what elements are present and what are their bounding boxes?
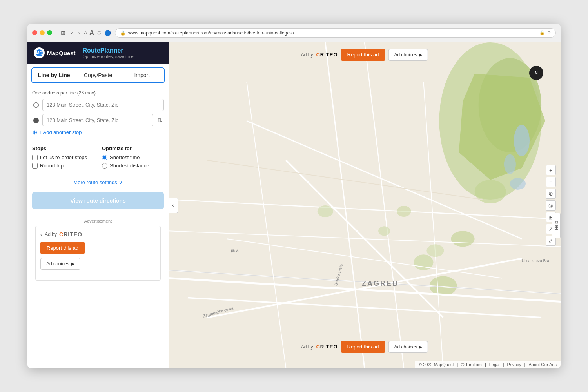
- map-top-ad-by-label: Ad by: [301, 52, 313, 58]
- stops-column: Stops Let us re-order stops Round trip: [32, 145, 94, 171]
- svg-text:ZAGREB: ZAGREB: [362, 279, 399, 287]
- help-tab[interactable]: Help: [552, 213, 561, 238]
- more-settings-link[interactable]: More route settings ∨: [73, 180, 122, 185]
- origin-icon: [32, 101, 40, 109]
- sidebar-ad-section: Advertisement ‹ Ad by CRITEO Report this…: [32, 216, 164, 284]
- round-trip-checkbox[interactable]: [32, 163, 38, 169]
- maximize-button[interactable]: [47, 30, 52, 35]
- zoom-out-button[interactable]: −: [546, 177, 556, 187]
- destination-icon: [32, 116, 40, 124]
- collapse-icon: ‹: [172, 203, 174, 208]
- destination-row: [32, 114, 153, 126]
- map-area[interactable]: ZAGREB Ilica Selska cesta Ulica kneza Br…: [169, 42, 561, 368]
- font-large-label: A: [89, 29, 94, 36]
- url-text: www.mapquest.com/routeplanner/from/us/ma…: [128, 30, 537, 36]
- optimize-column: Optimize for Shortest time Shortest dist…: [102, 145, 164, 171]
- ad-prev-button[interactable]: ‹: [40, 231, 42, 238]
- svg-text:Ilica: Ilica: [230, 248, 239, 254]
- sidebar-ad-choices-button[interactable]: Ad choices ▶: [40, 258, 80, 270]
- browser-chrome: ⊞ ‹ › A A 🛡 🔵 🔒 www.mapquest.com/routepl…: [27, 24, 561, 42]
- plus-icon: ⊕: [32, 129, 37, 136]
- svg-point-34: [378, 226, 390, 236]
- input-tabs: Line by Line Copy/Paste Import: [31, 67, 165, 83]
- tab-line-by-line[interactable]: Line by Line: [32, 68, 76, 82]
- route-planner-subtitle: Optimize routes, save time: [83, 54, 134, 59]
- svg-point-12: [510, 178, 526, 190]
- destination-dot: [33, 118, 39, 123]
- browser-window: ⊞ ‹ › A A 🛡 🔵 🔒 www.mapquest.com/routepl…: [27, 24, 561, 368]
- font-small-label: A: [84, 30, 87, 36]
- address-bar[interactable]: 🔒 www.mapquest.com/routeplanner/from/us/…: [115, 28, 556, 38]
- map-rotate-button[interactable]: ⊕: [546, 189, 556, 199]
- map-top-report-ad-button[interactable]: Report this ad: [341, 49, 385, 61]
- extension-icon: 🔵: [104, 30, 111, 36]
- shortest-distance-radio[interactable]: [102, 163, 107, 169]
- map-bottom-report-ad-button[interactable]: Report this ad: [341, 341, 385, 353]
- about-ads-link[interactable]: About Our Ads: [528, 362, 557, 367]
- map-bottom-ad: Ad by CRITEO Report this ad Ad choices ▶: [301, 341, 428, 353]
- privacy-link[interactable]: Privacy: [507, 362, 521, 367]
- mapquest-brand: MapQuest: [47, 50, 76, 56]
- swap-button[interactable]: ⇅: [156, 115, 164, 125]
- legal-link[interactable]: Legal: [489, 362, 500, 367]
- mapquest-icon: MQ: [34, 47, 45, 58]
- shortest-time-radio[interactable]: [102, 155, 107, 160]
- map-bottom-ad-choices-button[interactable]: Ad choices ▶: [388, 341, 428, 353]
- minimize-button[interactable]: [40, 30, 45, 35]
- compass: N: [529, 66, 543, 80]
- sidebar: MQ MapQuest RoutePlanner Optimize routes…: [27, 42, 169, 368]
- svg-point-33: [318, 205, 333, 217]
- back-button[interactable]: ‹: [69, 29, 74, 37]
- shortest-time-option[interactable]: Shortest time: [102, 154, 164, 160]
- security-icon: 🔒: [539, 30, 545, 35]
- reorder-stops-option[interactable]: Let us re-order stops: [32, 154, 94, 160]
- more-settings-section: More route settings ∨: [27, 176, 169, 189]
- play-icon: ▶: [419, 344, 422, 350]
- destination-input[interactable]: [42, 114, 153, 126]
- ad-label: Advertisement: [35, 219, 161, 223]
- map-footer: © 2022 MapQuest | © TomTom | Legal | Pri…: [415, 361, 561, 368]
- reorder-stops-checkbox[interactable]: [32, 155, 38, 160]
- sidebar-ad-content: ‹ Ad by CRITEO Report this ad Ad choices…: [35, 226, 161, 281]
- forward-button[interactable]: ›: [77, 29, 82, 37]
- share-icon: ⊕: [547, 30, 551, 35]
- add-stop-button[interactable]: ⊕ + Add another stop: [32, 127, 82, 138]
- origin-row: [32, 99, 164, 111]
- origin-input[interactable]: [42, 99, 164, 111]
- stops-title: Stops: [32, 145, 94, 151]
- svg-text:Ulica kneza Bra: Ulica kneza Bra: [522, 259, 550, 263]
- my-location-button[interactable]: ◎: [546, 200, 556, 211]
- svg-point-7: [451, 231, 475, 247]
- tab-import[interactable]: Import: [120, 68, 164, 82]
- close-button[interactable]: [32, 30, 37, 35]
- main-content: MQ MapQuest RoutePlanner Optimize routes…: [27, 42, 561, 368]
- address-section: One address per line (26 max): [27, 87, 169, 141]
- sidebar-ad-by-row: Ad by CRITEO: [45, 231, 82, 238]
- view-directions-button[interactable]: View route directions: [32, 192, 164, 209]
- zoom-in-button[interactable]: +: [546, 165, 556, 175]
- origin-dot: [33, 102, 39, 108]
- map-bottom-criteo-logo: CRITEO: [316, 344, 338, 350]
- round-trip-option[interactable]: Round trip: [32, 163, 94, 169]
- collapse-sidebar-button[interactable]: ‹: [169, 198, 178, 213]
- address-hint: One address per line (26 max): [32, 90, 164, 96]
- svg-text:MQ: MQ: [36, 51, 42, 55]
- lock-icon: 🔒: [120, 30, 126, 36]
- play-icon: ▶: [419, 52, 422, 58]
- sidebar-report-ad-button[interactable]: Report this ad: [40, 242, 85, 254]
- traffic-lights: [32, 30, 52, 35]
- route-planner-title: RoutePlanner: [83, 47, 134, 54]
- browser-controls: ⊞ ‹ › A A 🛡 🔵: [59, 29, 111, 37]
- tab-copy-paste[interactable]: Copy/Paste: [76, 68, 120, 82]
- map-top-ad-choices-button[interactable]: Ad choices ▶: [388, 49, 428, 61]
- chevron-down-icon: ∨: [119, 180, 123, 185]
- mapquest-logo: MQ MapQuest: [34, 47, 76, 58]
- map-top-ad: Ad by CRITEO Report this ad Ad choices ▶: [301, 49, 428, 61]
- sidebar-toggle-button[interactable]: ⊞: [59, 29, 67, 37]
- shortest-distance-option[interactable]: Shortest distance: [102, 163, 164, 169]
- map-bottom-ad-by-label: Ad by: [301, 344, 313, 350]
- sidebar-header: MQ MapQuest RoutePlanner Optimize routes…: [27, 42, 169, 64]
- shield-icon: 🛡: [96, 30, 102, 36]
- options-section: Stops Let us re-order stops Round trip O…: [27, 141, 169, 176]
- svg-point-6: [475, 180, 506, 203]
